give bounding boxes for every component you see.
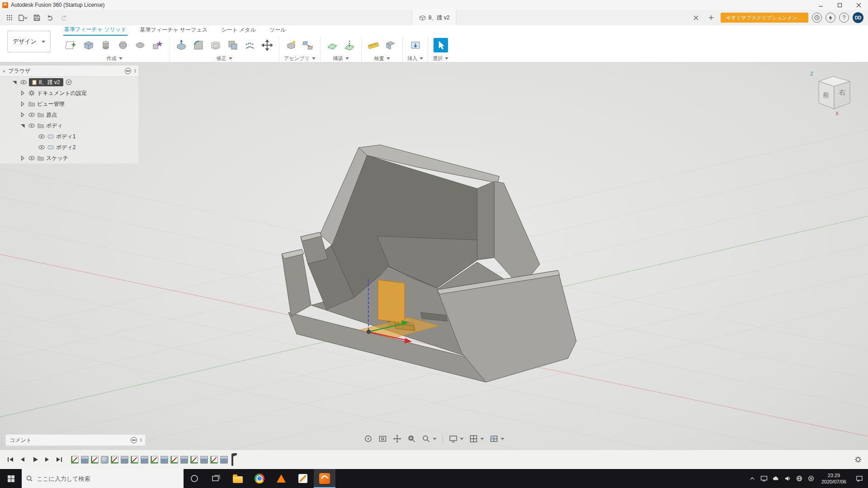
job-status-icon[interactable] xyxy=(812,13,822,23)
section-analysis-button[interactable] xyxy=(383,38,398,52)
browser-row-document[interactable]: 8、踵 v2 xyxy=(0,77,138,88)
user-avatar[interactable]: DD xyxy=(853,12,863,23)
document-tab[interactable]: 8、踵 v2 xyxy=(412,10,457,25)
pan-icon[interactable] xyxy=(391,433,404,444)
fillet-button[interactable] xyxy=(191,38,206,52)
zoom-icon[interactable] xyxy=(420,433,439,444)
expanded-triangle-icon[interactable] xyxy=(19,122,26,129)
timeline-feature-extrude[interactable] xyxy=(200,456,208,464)
timeline-feature-sketch[interactable] xyxy=(131,456,138,464)
group-insert-label[interactable]: 挿入 xyxy=(407,55,417,62)
play-button[interactable] xyxy=(29,454,40,465)
collapse-all-icon[interactable] xyxy=(125,68,131,74)
timeline-position-marker[interactable] xyxy=(231,454,233,466)
step-back-button[interactable] xyxy=(17,454,28,465)
close-tab-icon[interactable] xyxy=(690,12,702,23)
sketch-plane-vertical[interactable] xyxy=(378,280,405,323)
redo-button[interactable] xyxy=(58,12,70,23)
create-sketch-button[interactable] xyxy=(64,38,79,52)
cortana-icon[interactable] xyxy=(184,469,205,488)
cylinder-tool-button[interactable] xyxy=(99,38,113,52)
origin-point[interactable] xyxy=(367,330,371,333)
search-input[interactable] xyxy=(36,475,179,483)
box-tool-button[interactable] xyxy=(81,38,96,52)
chrome-icon[interactable] xyxy=(249,469,270,488)
group-select-label[interactable]: 選択 xyxy=(433,55,443,62)
group-inspect-label[interactable]: 検査 xyxy=(374,55,384,62)
zoom-window-icon[interactable] xyxy=(406,433,418,444)
panel-grip-handle[interactable]: ‖ xyxy=(140,437,142,443)
visibility-eye-icon[interactable] xyxy=(28,122,35,129)
viewport-canvas[interactable]: « ブラウザ ‖ 8、踵 v2 xyxy=(0,62,868,450)
tab-sheetmetal[interactable]: シート メタル xyxy=(220,25,257,35)
browser-row-body1[interactable]: ボディ1 xyxy=(0,131,138,142)
taskbar-clock[interactable]: 23:29 2020/07/06 xyxy=(817,472,851,485)
pattern-tool-button[interactable] xyxy=(150,38,165,52)
visibility-eye-icon[interactable] xyxy=(20,79,27,86)
look-at-icon[interactable] xyxy=(377,433,389,444)
timeline-feature-sketch[interactable] xyxy=(190,456,198,464)
timeline-feature-extrude[interactable] xyxy=(121,456,128,464)
collapse-comments-icon[interactable] xyxy=(131,437,137,443)
browser-row-view-mgmt[interactable]: ビュー管理 xyxy=(0,99,138,109)
offset-face-button[interactable] xyxy=(243,38,257,52)
taskbar-search[interactable] xyxy=(22,469,184,488)
tab-surface[interactable]: 基準フィーチャ サーフェス xyxy=(139,25,209,35)
visibility-eye-icon[interactable] xyxy=(38,144,45,151)
display-settings-icon[interactable] xyxy=(447,433,466,444)
shell-button[interactable] xyxy=(208,38,223,52)
group-modify-label[interactable]: 修正 xyxy=(217,55,226,62)
axis-plane-button[interactable] xyxy=(342,38,357,52)
comment-bar[interactable]: コメント ‖ xyxy=(5,434,146,446)
tab-tools[interactable]: ツール xyxy=(269,25,287,35)
joint-button[interactable] xyxy=(301,38,316,52)
group-assemble-label[interactable]: アセンブリ xyxy=(284,55,309,62)
timeline-feature-extrude[interactable] xyxy=(141,456,148,464)
new-tab-icon[interactable] xyxy=(705,12,717,23)
file-menu-button[interactable] xyxy=(17,12,29,23)
minimize-button[interactable] xyxy=(811,0,830,10)
network-icon[interactable] xyxy=(793,469,805,488)
workspace-dropdown[interactable]: デザイン xyxy=(7,31,51,52)
viewcube-right-label[interactable]: 右 xyxy=(839,89,845,96)
subscription-button[interactable]: 今すぐサブスクリプションメンバーに... xyxy=(721,13,808,23)
visibility-eye-icon[interactable] xyxy=(28,111,35,118)
viewcube-front-label[interactable]: 前 xyxy=(823,91,829,99)
save-button[interactable] xyxy=(31,12,42,23)
browser-row-body2[interactable]: ボディ2 xyxy=(0,142,138,153)
activate-radio-icon[interactable] xyxy=(65,79,72,86)
press-pull-button[interactable] xyxy=(174,38,189,52)
hidden-icons-caret[interactable] xyxy=(746,469,758,488)
timeline-feature-sketch[interactable] xyxy=(151,456,158,464)
orbit-icon[interactable] xyxy=(362,433,375,444)
onedrive-cloud-icon[interactable] xyxy=(770,469,782,488)
browser-row-origin[interactable]: 原点 xyxy=(0,109,138,120)
timeline-feature-extrude[interactable] xyxy=(81,456,89,464)
visibility-eye-icon[interactable] xyxy=(38,133,45,140)
start-button[interactable] xyxy=(0,469,22,488)
timeline-feature-sketch[interactable] xyxy=(91,456,99,464)
fusion360-taskbar-icon[interactable] xyxy=(314,469,335,488)
task-view-icon[interactable] xyxy=(205,469,227,488)
notifications-icon[interactable] xyxy=(826,13,835,23)
view-cube[interactable]: Z 前 右 X xyxy=(807,67,857,118)
file-explorer-icon[interactable] xyxy=(227,469,249,488)
move-tool-button[interactable] xyxy=(260,38,274,52)
tab-solid[interactable]: 基準フィーチャ ソリッド xyxy=(63,25,127,36)
timeline-feature-sketch[interactable] xyxy=(71,456,79,464)
select-tool-button[interactable] xyxy=(434,38,448,52)
step-forward-button[interactable] xyxy=(41,454,52,465)
offset-plane-button[interactable] xyxy=(325,38,340,52)
combine-button[interactable] xyxy=(226,38,240,52)
timeline-feature-extrude[interactable] xyxy=(220,456,228,464)
panel-grip-handle[interactable]: ‖ xyxy=(134,68,136,74)
visibility-eye-icon[interactable] xyxy=(28,155,35,162)
go-to-end-button[interactable] xyxy=(53,454,65,465)
measure-button[interactable] xyxy=(366,38,381,52)
expanded-triangle-icon[interactable] xyxy=(11,79,18,86)
document-root-pill[interactable]: 8、踵 v2 xyxy=(29,78,63,86)
group-create-label[interactable]: 作成 xyxy=(107,55,117,62)
action-center-icon[interactable] xyxy=(851,475,868,482)
help-icon[interactable]: ? xyxy=(839,13,849,23)
browser-row-bodies[interactable]: ボディ xyxy=(0,120,138,131)
